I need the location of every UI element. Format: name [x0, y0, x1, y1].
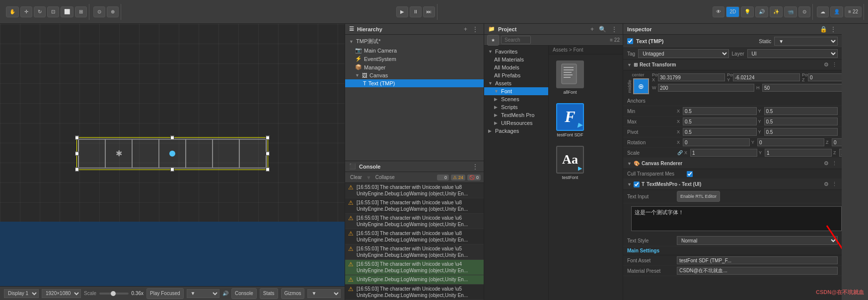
- console-msg-highlighted[interactable]: ⚠ UnityEngine.Debug:LogWarning (object,U…: [345, 275, 484, 285]
- tmp-settings-btn[interactable]: ⚙: [823, 180, 829, 188]
- tmp-more-btn[interactable]: ⋮: [831, 180, 838, 188]
- tmp-active-checkbox[interactable]: [634, 181, 640, 187]
- material-preset-value[interactable]: CSDN@在不坑就血...: [677, 267, 838, 275]
- tree-canvas[interactable]: ▼ 🖼 Canvas: [345, 71, 484, 79]
- gizmos-btn[interactable]: Gizmos: [281, 288, 305, 299]
- pivot-x[interactable]: [683, 128, 757, 136]
- rtl-btn[interactable]: Enable RTL Editor: [677, 191, 720, 202]
- project-add-btn[interactable]: +: [589, 25, 595, 33]
- handle-br[interactable]: [266, 167, 270, 171]
- console-msg[interactable]: ⚠ [16:55:03] The character with Unicode …: [345, 285, 484, 300]
- inspector-lock-btn[interactable]: 🔒: [818, 25, 829, 33]
- rot-x[interactable]: [683, 138, 750, 146]
- font-asset-value[interactable]: testFont SDF (TMP_F...: [677, 256, 838, 264]
- assets-group[interactable]: ▼ Assets: [484, 79, 548, 87]
- display-select[interactable]: Display 1: [4, 289, 39, 298]
- handle-tl[interactable]: [75, 135, 79, 139]
- project-search-input[interactable]: [501, 36, 531, 44]
- scripts-folder[interactable]: ▶ Scripts: [484, 103, 548, 111]
- rect-more-btn[interactable]: ⋮: [831, 61, 838, 68]
- console-messages[interactable]: ⚠ [16:55:03] The character with Unicode …: [345, 183, 484, 300]
- gizmos-dropdown[interactable]: ▼: [307, 289, 341, 298]
- canvas-more-btn[interactable]: ⋮: [831, 160, 838, 167]
- textmeshpro-section[interactable]: ▼ T TextMeshPro - Text (UI) ⚙ ⋮: [623, 179, 842, 190]
- stats-btn[interactable]: Console: [231, 288, 257, 299]
- pos-x-input[interactable]: [658, 73, 725, 81]
- asset-testfont-sdf[interactable]: F ▶ testFont SDF: [553, 101, 587, 140]
- hierarchy-add-btn[interactable]: +: [462, 25, 469, 33]
- handle-mr[interactable]: [266, 151, 270, 155]
- canvas-renderer-section[interactable]: ▼ 🎨 Canvas Renderer ⚙ ⋮: [623, 158, 842, 169]
- resolution-select[interactable]: 1920×1080: [42, 289, 81, 298]
- console-menu-btn[interactable]: ⋮: [471, 163, 480, 171]
- rect-transform-section[interactable]: ▼ ⊞ Rect Transform ⚙ ⋮: [623, 60, 842, 70]
- font-folder[interactable]: ▼ Font: [484, 87, 548, 95]
- anchor-max-x[interactable]: [683, 118, 757, 125]
- hierarchy-tree[interactable]: ▼ TMP测试* 📷 Main Camera ⚡ EventSystem 📦 M…: [345, 35, 484, 161]
- multi-tool[interactable]: ⊞: [75, 6, 87, 17]
- asset-testfont[interactable]: Aa ▶ testFont: [553, 144, 587, 182]
- tree-manager[interactable]: 📦 Manager: [345, 63, 484, 71]
- console-msg[interactable]: ⚠ [16:55:03] The character with Unicode …: [345, 229, 484, 244]
- tree-scene[interactable]: ▼ TMP测试*: [345, 37, 484, 46]
- scale-link-btn[interactable]: 🔗: [677, 150, 683, 156]
- uiresources-folder[interactable]: ▶ UIResources: [484, 119, 548, 127]
- project-menu-btn[interactable]: ⋮: [610, 25, 619, 33]
- play-focused-btn[interactable]: Play Focused: [146, 288, 184, 299]
- global-btn[interactable]: ⊕: [107, 6, 119, 17]
- rect-tool[interactable]: ⬜: [61, 6, 73, 17]
- account-btn[interactable]: 👤: [830, 6, 843, 17]
- pos-z-input[interactable]: [808, 73, 842, 81]
- scale-tool[interactable]: ⊡: [47, 6, 59, 17]
- fx-btn[interactable]: ✨: [770, 6, 783, 17]
- console-msg[interactable]: ⚠ [16:55:03] The character with Unicode …: [345, 198, 484, 214]
- pos-y-input[interactable]: [733, 73, 800, 81]
- layers-btn[interactable]: ≡ 22: [845, 6, 862, 17]
- clear-btn[interactable]: Clear: [348, 174, 364, 180]
- layer-dropdown[interactable]: UI: [747, 49, 838, 58]
- textmesh-folder[interactable]: ▶ TextMesh Pro: [484, 111, 548, 119]
- console-msg[interactable]: ⚠ [16:55:03] The character with Unicode …: [345, 214, 484, 229]
- tree-main-camera[interactable]: 📷 Main Camera: [345, 46, 484, 55]
- scale-y[interactable]: [765, 149, 832, 157]
- move-tool[interactable]: ✛: [20, 6, 32, 17]
- scene-canvas[interactable]: ✱: [0, 24, 345, 286]
- camera-btn[interactable]: 📹: [784, 6, 797, 17]
- play-focused-dropdown[interactable]: ▼: [187, 289, 220, 298]
- console-msg[interactable]: ⚠ [16:55:03] The character with Unicode …: [345, 244, 484, 260]
- handle-tr[interactable]: [266, 135, 270, 139]
- object-active-checkbox[interactable]: [627, 38, 633, 44]
- width-input[interactable]: [658, 84, 754, 92]
- favorites-btn[interactable]: ★: [487, 35, 499, 46]
- pause-btn[interactable]: ⏸: [410, 6, 422, 17]
- project-tree[interactable]: ▼ Favorites All Materials All Models All…: [484, 46, 549, 300]
- height-input[interactable]: [762, 84, 842, 92]
- favorites-group[interactable]: ▼ Favorites: [484, 48, 548, 56]
- all-prefabs[interactable]: All Prefabs: [484, 71, 548, 79]
- cloud-btn[interactable]: ☁: [817, 6, 829, 17]
- scale-handle[interactable]: [111, 291, 116, 296]
- light-btn[interactable]: 💡: [741, 6, 754, 17]
- scene-object[interactable]: ✱: [76, 137, 268, 170]
- step-btn[interactable]: ⏭: [423, 6, 435, 17]
- view-btn[interactable]: 👁: [713, 6, 724, 17]
- asset-allfont[interactable]: allFont: [553, 59, 587, 97]
- stats-label-btn[interactable]: Stats: [260, 288, 278, 299]
- handle-ml[interactable]: [75, 151, 79, 155]
- hand-tool[interactable]: ✋: [6, 6, 19, 17]
- handle-bl[interactable]: [75, 167, 79, 171]
- audio-btn[interactable]: 🔊: [755, 6, 768, 17]
- 2d-btn[interactable]: 2D: [726, 6, 739, 17]
- pivot-btn[interactable]: ⊙: [93, 6, 105, 17]
- all-models[interactable]: All Models: [484, 63, 548, 71]
- play-btn[interactable]: ▶: [396, 6, 408, 17]
- rect-settings-btn[interactable]: ⚙: [823, 61, 829, 68]
- collapse-btn[interactable]: Collapse: [373, 174, 397, 180]
- anchor-box[interactable]: ⊕: [633, 78, 649, 94]
- handle-bc[interactable]: [170, 167, 174, 171]
- anchor-min-x[interactable]: [683, 107, 757, 115]
- cull-checkbox[interactable]: [687, 171, 693, 177]
- anchor-min-y[interactable]: [764, 107, 838, 115]
- text-content-area[interactable]: [631, 206, 842, 231]
- rot-z[interactable]: [832, 138, 842, 146]
